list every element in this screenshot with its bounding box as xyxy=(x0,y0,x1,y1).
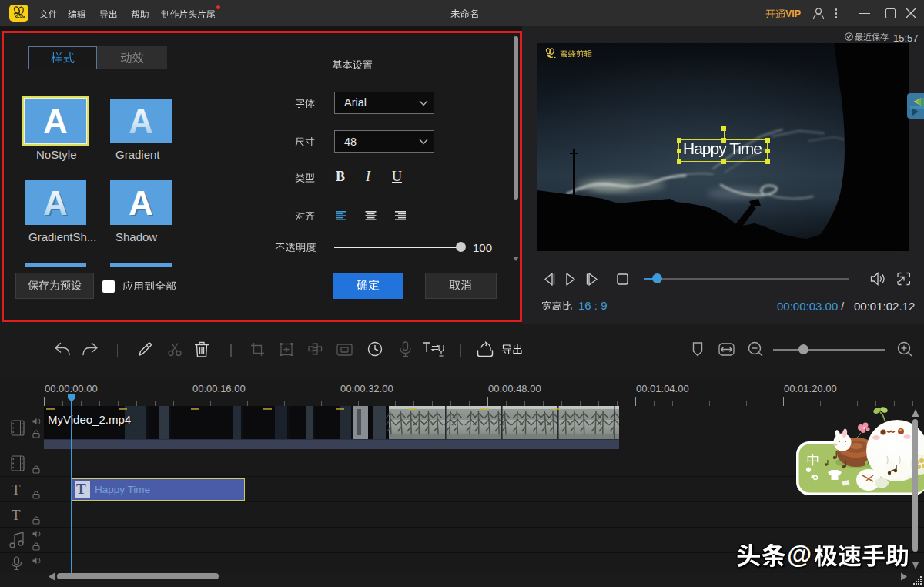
svg-text:A: A xyxy=(43,102,68,140)
svg-text:A: A xyxy=(43,184,68,222)
svg-text:A: A xyxy=(129,184,153,222)
svg-text:A: A xyxy=(129,102,153,140)
